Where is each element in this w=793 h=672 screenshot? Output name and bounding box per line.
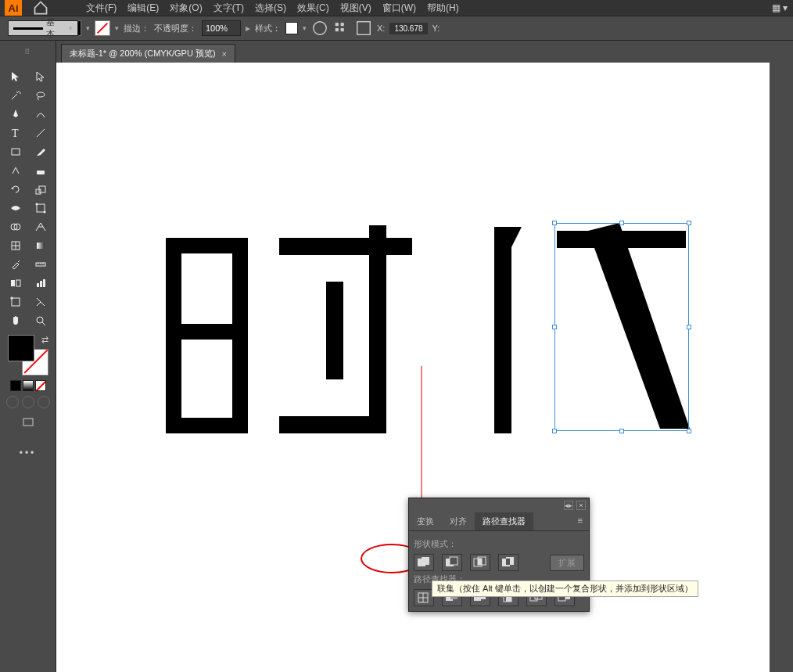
exclude-button[interactable] bbox=[498, 554, 518, 571]
stroke-swatch[interactable] bbox=[95, 20, 110, 36]
svg-line-35 bbox=[42, 322, 45, 325]
artboard[interactable]: ◂▸ × 变换 对齐 路径查找器 ≡ 形状模式： 扩展 bbox=[56, 63, 770, 672]
panel-menu-icon[interactable]: ≡ bbox=[572, 512, 589, 530]
pen-icon[interactable] bbox=[3, 105, 28, 124]
line-icon[interactable] bbox=[28, 124, 53, 142]
svg-point-0 bbox=[314, 22, 327, 35]
eyedropper-icon[interactable] bbox=[3, 255, 28, 274]
svg-rect-10 bbox=[37, 171, 45, 174]
y-label: Y: bbox=[432, 23, 440, 33]
mesh-icon[interactable] bbox=[3, 236, 28, 255]
menu-object[interactable]: 对象(O) bbox=[170, 2, 202, 15]
free-transform-icon[interactable] bbox=[28, 199, 53, 217]
gradient-icon[interactable] bbox=[28, 236, 53, 255]
svg-rect-40 bbox=[279, 238, 412, 255]
menu-effect[interactable]: 效果(C) bbox=[297, 2, 329, 15]
tab-align[interactable]: 对齐 bbox=[442, 512, 475, 530]
measure-icon[interactable] bbox=[28, 255, 53, 274]
svg-point-6 bbox=[37, 92, 45, 97]
tab-transform[interactable]: 变换 bbox=[409, 512, 442, 530]
svg-rect-21 bbox=[37, 243, 45, 249]
curvature-icon[interactable] bbox=[28, 105, 53, 124]
svg-rect-66 bbox=[506, 596, 511, 602]
intersect-button[interactable] bbox=[470, 554, 490, 571]
type-icon[interactable]: T bbox=[3, 124, 28, 142]
home-icon[interactable] bbox=[33, 0, 48, 16]
scale-icon[interactable] bbox=[28, 180, 53, 199]
eraser-icon[interactable] bbox=[28, 161, 53, 180]
opacity-input[interactable] bbox=[202, 20, 241, 36]
close-icon[interactable]: × bbox=[222, 49, 227, 59]
x-label: X: bbox=[377, 23, 385, 33]
menu-view[interactable]: 视图(V) bbox=[340, 2, 371, 15]
svg-point-34 bbox=[37, 317, 43, 323]
panel-close-icon[interactable]: × bbox=[576, 501, 586, 510]
canvas-area[interactable]: ◂▸ × 变换 对齐 路径查找器 ≡ 形状模式： 扩展 bbox=[56, 63, 793, 672]
none-mode-icon[interactable] bbox=[35, 380, 46, 391]
color-mode-icon[interactable] bbox=[10, 380, 21, 391]
style-swatch[interactable] bbox=[285, 22, 298, 34]
menu-bar: Ai 文件(F) 编辑(E) 对象(O) 文字(T) 选择(S) 效果(C) 视… bbox=[0, 0, 793, 16]
menu-window[interactable]: 窗口(W) bbox=[382, 2, 416, 15]
transform-icon[interactable] bbox=[355, 20, 372, 37]
minus-front-button[interactable] bbox=[442, 554, 462, 571]
tool-panel: T ⇄ bbox=[0, 63, 56, 672]
tab-title: 未标题-1* @ 200% (CMYK/GPU 预览) bbox=[70, 48, 216, 59]
tooltip: 联集（按住 Alt 键单击，以创建一个复合形状，并添加到形状区域） bbox=[432, 580, 698, 597]
screen-mode-icon[interactable] bbox=[3, 413, 53, 432]
slice-icon[interactable] bbox=[28, 293, 53, 311]
fill-stroke-selector[interactable]: ⇄ bbox=[8, 335, 48, 376]
zoom-icon[interactable] bbox=[28, 311, 53, 330]
menu-select[interactable]: 选择(S) bbox=[255, 2, 286, 15]
workspace-switcher-icon[interactable]: ▦ ▾ bbox=[771, 0, 788, 16]
shape-mode-label: 形状模式： bbox=[414, 538, 584, 550]
menu-type[interactable]: 文字(T) bbox=[214, 2, 244, 15]
svg-rect-49 bbox=[422, 557, 429, 565]
selection-bounding-box[interactable] bbox=[554, 223, 689, 431]
expand-button[interactable]: 扩展 bbox=[550, 555, 584, 571]
svg-rect-29 bbox=[40, 281, 42, 287]
shape-builder-icon[interactable] bbox=[3, 217, 28, 236]
menu-file[interactable]: 文件(F) bbox=[86, 2, 117, 15]
blend-icon[interactable] bbox=[3, 274, 28, 293]
tab-pathfinder[interactable]: 路径查找器 bbox=[475, 512, 533, 530]
svg-rect-11 bbox=[36, 189, 41, 194]
width-icon[interactable] bbox=[3, 199, 28, 217]
draw-inside-icon[interactable] bbox=[38, 396, 50, 408]
align-icon[interactable] bbox=[333, 20, 350, 37]
x-value[interactable]: 130.678 bbox=[389, 23, 427, 34]
magic-wand-icon[interactable] bbox=[3, 86, 28, 105]
rectangle-icon[interactable] bbox=[3, 142, 28, 161]
app-logo: Ai bbox=[5, 0, 22, 16]
svg-rect-54 bbox=[478, 559, 482, 565]
svg-rect-51 bbox=[450, 557, 458, 565]
menu-edit[interactable]: 编辑(E) bbox=[127, 2, 159, 15]
edit-toolbar-icon[interactable]: ••• bbox=[0, 447, 56, 458]
stroke-preset-dropdown[interactable]: 基本 bbox=[8, 20, 78, 36]
direct-selection-icon[interactable] bbox=[28, 67, 53, 86]
shaper-icon[interactable] bbox=[3, 161, 28, 180]
svg-rect-28 bbox=[37, 283, 39, 287]
artboard-icon[interactable] bbox=[3, 293, 28, 311]
swap-fill-stroke-icon[interactable]: ⇄ bbox=[41, 335, 48, 345]
recolor-icon[interactable] bbox=[311, 20, 328, 37]
draw-normal-icon[interactable] bbox=[6, 396, 19, 408]
svg-text:T: T bbox=[12, 128, 19, 139]
gradient-mode-icon[interactable] bbox=[23, 380, 34, 391]
perspective-icon[interactable] bbox=[28, 217, 53, 236]
selection-tool-icon[interactable] bbox=[3, 67, 28, 86]
svg-rect-5 bbox=[357, 22, 371, 35]
unite-button[interactable] bbox=[414, 554, 434, 571]
svg-rect-36 bbox=[23, 419, 33, 426]
menu-help[interactable]: 帮助(H) bbox=[427, 2, 459, 15]
lasso-icon[interactable] bbox=[28, 86, 53, 105]
draw-behind-icon[interactable] bbox=[22, 396, 34, 408]
hand-icon[interactable] bbox=[3, 311, 28, 330]
control-bar: 路径 ▾ ▾ 描边： 基本 不透明度： ▸ 样式： ▾ X: 130.678 Y… bbox=[0, 16, 793, 41]
rotate-icon[interactable] bbox=[3, 180, 28, 199]
stroke-label: 描边： bbox=[124, 23, 149, 34]
document-tab[interactable]: 未标题-1* @ 200% (CMYK/GPU 预览) × bbox=[61, 44, 235, 63]
paintbrush-icon[interactable] bbox=[28, 142, 53, 161]
panel-collapse-icon[interactable]: ◂▸ bbox=[564, 501, 573, 510]
column-graph-icon[interactable] bbox=[28, 274, 53, 293]
